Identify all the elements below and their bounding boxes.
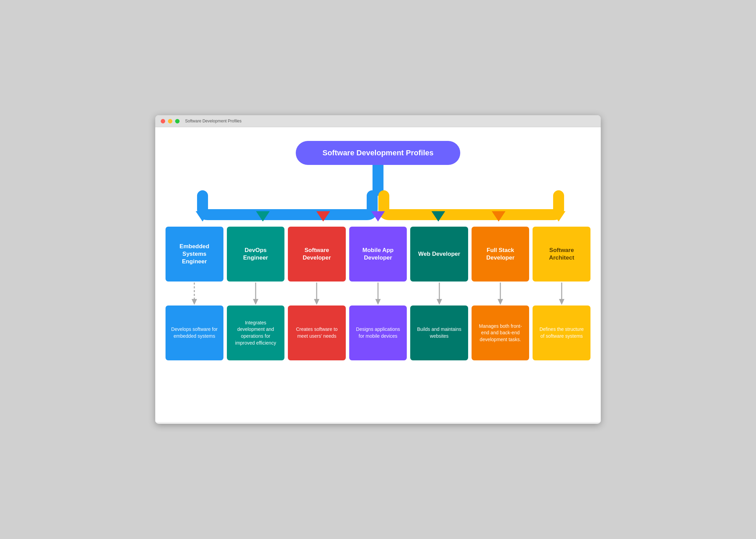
card-architect: Software Architect [533,227,590,282]
svg-marker-15 [375,299,381,305]
connector-area [166,165,590,227]
desc-software-dev: Creates software to meet users' needs [288,306,346,360]
svg-marker-11 [253,299,258,305]
close-button[interactable] [161,119,165,123]
cards-row: Embedded Systems Engineer DevOps Enginee… [166,227,590,282]
arrow-mobile [349,283,407,305]
svg-marker-17 [437,299,442,305]
card-mobile: Mobile App Developer [349,227,407,282]
titlebar: Software Development Profiles [155,115,601,127]
desc-web: Builds and maintains websites [410,306,468,360]
minimize-button[interactable] [168,119,172,123]
arrow-devops [227,283,285,305]
desc-mobile: Designs applications for mobile devices [349,306,407,360]
svg-marker-19 [498,299,503,305]
card-devops: DevOps Engineer [227,227,285,282]
card-fullstack: Full Stack Developer [472,227,529,282]
svg-marker-21 [559,299,564,305]
arrow-software-dev [288,283,346,305]
main-content: Software Development Profiles [155,127,601,422]
maximize-button[interactable] [175,119,180,123]
arrow-embedded [166,283,223,305]
svg-marker-9 [192,299,197,305]
card-embedded: Embedded Systems Engineer [166,227,223,282]
root-node: Software Development Profiles [296,141,460,165]
arrow-architect [533,283,590,305]
card-software-dev: Software Developer [288,227,346,282]
arrow-web [410,283,468,305]
desc-fullstack: Manages both front-end and back-end deve… [472,306,529,360]
arrow-fullstack [472,283,529,305]
arrows-row [166,282,590,306]
desc-devops: Integrates development and operations fo… [227,306,285,360]
card-web: Web Developer [410,227,468,282]
desc-architect: Defines the structure of software system… [533,306,590,360]
svg-marker-13 [314,299,319,305]
window-title: Software Development Profiles [185,119,242,123]
desc-embedded: Develops software for embedded systems [166,306,223,360]
app-window: Software Development Profiles Software D… [155,115,601,424]
connector-svg [166,165,590,227]
desc-row: Develops software for embedded systems I… [166,306,590,360]
